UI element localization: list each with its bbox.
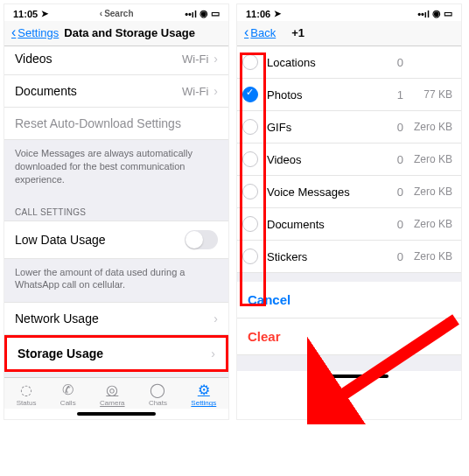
media-row[interactable]: Videos0Zero KB xyxy=(237,144,461,176)
media-size: 77 KB xyxy=(403,88,452,101)
media-label: Photos xyxy=(267,88,377,102)
chevron-left-icon: ‹ xyxy=(11,24,16,40)
nav-back-button[interactable]: ‹ Settings xyxy=(11,24,59,40)
media-count: 1 xyxy=(377,88,403,102)
chevron-left-icon: ‹ xyxy=(100,9,102,18)
phone-icon: ✆ xyxy=(62,382,74,398)
nav-bar: ‹ Back +1 xyxy=(237,21,461,46)
nav-back-label: Back xyxy=(250,26,276,39)
select-circle[interactable] xyxy=(242,151,258,167)
media-label: Documents xyxy=(267,218,377,231)
row-storage-usage[interactable]: Storage Usage › xyxy=(4,335,228,372)
camera-icon: ◎ xyxy=(106,382,118,398)
media-label: Stickers xyxy=(267,250,377,263)
chevron-right-icon: › xyxy=(214,52,218,66)
chevron-right-icon: › xyxy=(214,312,218,326)
row-documents[interactable]: Documents Wi-Fi› xyxy=(4,75,228,108)
row-network-usage[interactable]: Network Usage › xyxy=(4,302,228,335)
tab-label: Status xyxy=(17,399,37,407)
media-label: Locations xyxy=(267,56,377,69)
nav-back-label: Settings xyxy=(18,26,59,39)
home-indicator xyxy=(77,412,156,416)
tab-label: Camera xyxy=(100,399,124,407)
nav-back-button[interactable]: ‹ Back xyxy=(244,24,276,40)
media-label: Voice Messages xyxy=(267,186,377,199)
status-icons: ••ıl ◉ ▭ xyxy=(185,8,220,19)
status-icon: ◌ xyxy=(20,382,32,398)
tab-settings[interactable]: ⚙Settings xyxy=(191,382,216,407)
row-label: Storage Usage xyxy=(18,346,103,360)
media-count: 0 xyxy=(377,121,403,134)
select-circle[interactable] xyxy=(242,216,258,232)
media-row[interactable]: Locations0 xyxy=(237,46,461,79)
voice-note: Voice Messages are always automatically … xyxy=(4,140,228,197)
media-row[interactable]: Stickers0Zero KB xyxy=(237,241,461,273)
media-count: 0 xyxy=(377,153,403,166)
search-label: Search xyxy=(104,9,133,18)
tab-bar: ◌Status ✆Calls ◎Camera ◯Chats ⚙Settings xyxy=(4,377,228,409)
media-row[interactable]: Voice Messages0Zero KB xyxy=(237,176,461,208)
media-list: Locations0Photos177 KBGIFs0Zero KBVideos… xyxy=(237,46,461,273)
row-videos[interactable]: Videos Wi-Fi› xyxy=(4,46,228,75)
media-row[interactable]: Photos177 KB xyxy=(237,79,461,111)
location-arrow-icon: ➤ xyxy=(41,9,48,18)
select-circle[interactable] xyxy=(242,248,258,264)
tab-label: Settings xyxy=(191,399,216,407)
select-circle[interactable] xyxy=(242,184,258,200)
row-label: Reset Auto-Download Settings xyxy=(15,116,181,130)
chevron-right-icon: › xyxy=(211,346,215,360)
left-screenshot: 11:05 ➤ ‹ Search ••ıl ◉ ▭ ‹ Settings Dat… xyxy=(4,4,229,420)
battery-icon: ▭ xyxy=(211,8,220,19)
media-size: Zero KB xyxy=(403,250,452,262)
media-size: Zero KB xyxy=(403,153,452,165)
signal-icon: ••ıl xyxy=(185,9,197,19)
chevron-left-icon: ‹ xyxy=(244,24,248,40)
select-circle[interactable] xyxy=(242,54,258,70)
media-size: Zero KB xyxy=(403,121,452,133)
location-arrow-icon: ➤ xyxy=(274,9,281,18)
nav-title: Data and Storage Usage xyxy=(64,26,195,39)
tab-status[interactable]: ◌Status xyxy=(17,382,37,407)
section-call-settings: CALL SETTINGS xyxy=(4,197,228,220)
cancel-button[interactable]: Cancel xyxy=(237,282,461,318)
media-count: 0 xyxy=(377,186,403,199)
row-value: Wi-Fi xyxy=(182,52,208,66)
row-label: Documents xyxy=(15,84,77,98)
signal-icon: ••ıl xyxy=(417,9,430,19)
row-reset[interactable]: Reset Auto-Download Settings xyxy=(4,108,228,140)
tab-camera[interactable]: ◎Camera xyxy=(100,382,124,407)
tab-chats[interactable]: ◯Chats xyxy=(149,382,167,407)
nav-bar: ‹ Settings Data and Storage Usage xyxy=(4,21,228,46)
row-value: Wi-Fi xyxy=(182,85,208,98)
media-count: 0 xyxy=(377,250,403,263)
media-row[interactable]: Documents0Zero KB xyxy=(237,208,461,241)
select-circle[interactable] xyxy=(242,119,258,135)
tab-calls[interactable]: ✆Calls xyxy=(60,382,76,407)
row-label: Network Usage xyxy=(15,312,99,326)
media-label: Videos xyxy=(267,153,377,166)
chevron-right-icon: › xyxy=(214,84,218,98)
media-label: GIFs xyxy=(267,121,377,134)
battery-icon: ▭ xyxy=(444,8,452,19)
wifi-icon: ◉ xyxy=(200,8,208,19)
gear-icon: ⚙ xyxy=(198,382,210,398)
low-data-note: Lower the amount of data used during a W… xyxy=(4,259,228,303)
back-search[interactable]: ‹ Search xyxy=(100,9,134,18)
media-row[interactable]: GIFs0Zero KB xyxy=(237,111,461,144)
chats-icon: ◯ xyxy=(150,382,165,398)
toggle-low-data[interactable] xyxy=(185,230,218,249)
nav-title: +1 xyxy=(291,26,304,39)
status-bar: 11:05 ➤ ‹ Search ••ıl ◉ ▭ xyxy=(4,4,228,21)
right-screenshot: 11:06 ➤ ••ıl ◉ ▭ ‹ Back +1 Locations0Pho… xyxy=(236,4,462,420)
clear-button[interactable]: Clear xyxy=(237,318,461,355)
media-size: Zero KB xyxy=(403,186,452,198)
status-time: 11:06 xyxy=(246,9,270,19)
row-low-data[interactable]: Low Data Usage xyxy=(4,220,228,259)
media-count: 0 xyxy=(377,218,403,231)
media-count: 0 xyxy=(377,56,403,69)
media-size: Zero KB xyxy=(403,218,452,230)
row-label: Videos xyxy=(15,52,52,66)
row-label: Low Data Usage xyxy=(15,233,106,247)
wifi-icon: ◉ xyxy=(432,8,441,19)
select-circle[interactable] xyxy=(242,87,258,102)
